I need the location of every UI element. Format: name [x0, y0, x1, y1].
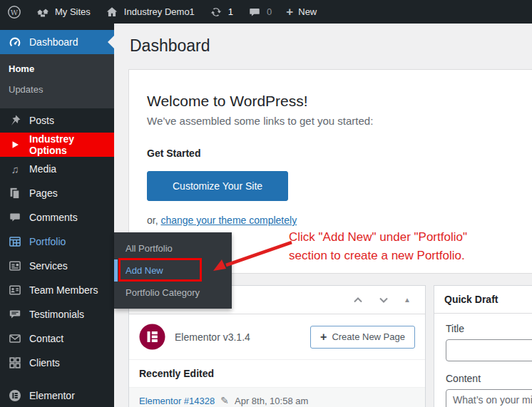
annotation-arrow: [209, 234, 296, 275]
flyout-item-portfolio-category[interactable]: Portfolio Category: [114, 282, 232, 304]
sidebar-item-label: Contact: [29, 333, 63, 344]
home-icon: [105, 5, 119, 19]
main-content: Dashboard Welcome to WordPress! We’ve as…: [114, 24, 532, 407]
admin-bar: W My Sites Industrey Demo1 1 0: [0, 0, 532, 24]
page-title: Dashboard: [130, 36, 210, 56]
annotation-text: Click "Add New" under "Portfolio" sectio…: [289, 228, 467, 265]
quick-draft-panel: Quick Draft Title Content: [434, 285, 532, 407]
admin-sidebar: Dashboard Home Updates Posts Industrey O…: [0, 24, 114, 407]
recently-edited-row: Elementor #14328 ✎ Apr 8th, 10:58 am: [129, 388, 425, 407]
id-card-icon: [8, 259, 22, 273]
or-text: or,: [147, 215, 158, 226]
sidebar-item-label: Posts: [29, 115, 54, 126]
customize-site-button[interactable]: Customize Your Site: [147, 171, 288, 201]
sidebar-item-dashboard[interactable]: Dashboard: [0, 30, 114, 54]
sidebar-item-label: Team Members: [29, 284, 98, 296]
pushpin-icon: [8, 113, 22, 128]
sidebar-item-label: Pages: [29, 187, 58, 199]
create-new-page-label: Create New Page: [332, 331, 405, 342]
my-sites-icon: [36, 5, 50, 19]
title-input[interactable]: [446, 339, 532, 361]
updates-indicator[interactable]: 1: [202, 0, 240, 24]
collapse-toggle-icon[interactable]: ▲: [404, 296, 411, 304]
add-new-label: Add New: [126, 265, 163, 276]
create-new-page-button[interactable]: + Create New Page: [310, 326, 415, 349]
content-textarea[interactable]: [446, 389, 532, 407]
elementor-logo: [139, 324, 165, 350]
elementor-version-row: Elementor v3.1.4 + Create New Page: [129, 314, 425, 360]
move-up-icon[interactable]: [352, 294, 364, 306]
title-label: Title: [446, 323, 532, 334]
sidebar-item-posts[interactable]: Posts: [0, 108, 114, 133]
dashboard-gauge-icon: [8, 35, 22, 49]
sidebar-item-label: Industrey Options: [29, 133, 106, 156]
site-name-label: Industrey Demo1: [124, 6, 195, 17]
media-notes-icon: ♫: [8, 162, 22, 176]
recently-edited-heading: Recently Edited: [129, 360, 425, 388]
plus-icon: +: [320, 331, 327, 343]
sidebar-item-contact[interactable]: Contact: [0, 326, 114, 351]
comments-indicator[interactable]: 0: [240, 0, 279, 24]
sidebar-item-label: Testimonials: [29, 309, 84, 320]
annotation-line2: section to create a new Portfolio.: [289, 247, 467, 265]
sidebar-subitem-updates[interactable]: Updates: [0, 79, 114, 100]
sidebar-item-label: Services: [29, 260, 68, 272]
pencil-icon: ✎: [220, 395, 229, 406]
welcome-title: Welcome to WordPress!: [147, 93, 532, 110]
elementor-icon: [8, 388, 22, 403]
wordpress-logo-button[interactable]: W: [0, 0, 29, 24]
sidebar-item-label: Elementor: [29, 390, 75, 401]
change-theme-link[interactable]: change your theme completely: [160, 215, 297, 226]
sidebar-item-industrey-options[interactable]: Industrey Options: [0, 133, 114, 157]
sidebar-item-label: Media: [29, 163, 56, 175]
comment-bubble-icon: [247, 5, 262, 19]
sidebar-item-label: Dashboard: [29, 36, 78, 48]
updates-count: 1: [228, 6, 233, 17]
comment-bubble-icon: [8, 210, 22, 225]
sidebar-subitem-home[interactable]: Home: [0, 58, 114, 79]
recent-item-date: Apr 8th, 10:58 am: [235, 396, 308, 406]
annotation-line1: Click "Add New" under "Portfolio": [289, 228, 467, 247]
dashboard-submenu: Home Updates: [0, 54, 114, 108]
my-sites-label: My Sites: [55, 6, 91, 17]
comments-count: 0: [267, 6, 272, 17]
welcome-subtitle: We’ve assembled some links to get you st…: [147, 115, 532, 127]
my-sites-menu[interactable]: My Sites: [29, 0, 98, 24]
sidebar-item-label: Comments: [29, 212, 78, 223]
sidebar-item-pages[interactable]: Pages: [0, 181, 114, 205]
team-card-icon: [8, 283, 22, 297]
play-triangle-icon: [8, 138, 22, 152]
recent-item-link[interactable]: Elementor #14328: [139, 396, 215, 406]
plus-icon: +: [286, 6, 293, 18]
sidebar-item-clients[interactable]: Clients: [0, 351, 114, 375]
quick-draft-form: Title Content: [434, 314, 532, 407]
portfolio-grid-icon: [8, 235, 22, 249]
sidebar-item-comments[interactable]: Comments: [0, 205, 114, 230]
sidebar-item-services[interactable]: Services: [0, 254, 114, 278]
new-content-menu[interactable]: + New: [279, 0, 324, 24]
sidebar-separator: [0, 375, 114, 383]
quick-draft-title: Quick Draft: [434, 286, 532, 314]
sidebar-item-label: Clients: [29, 357, 60, 369]
sidebar-item-portfolio[interactable]: Portfolio: [0, 230, 114, 254]
pages-icon: [8, 186, 22, 200]
get-started-heading: Get Started: [147, 148, 532, 159]
sidebar-item-elementor[interactable]: Elementor: [0, 383, 114, 407]
sidebar-item-team-members[interactable]: Team Members: [0, 278, 114, 302]
svg-text:W: W: [11, 8, 19, 16]
move-down-icon[interactable]: [378, 294, 389, 306]
updates-icon: [209, 5, 223, 19]
wordpress-admin: W My Sites Industrey Demo1 1 0: [0, 0, 532, 407]
grid-squares-icon: [8, 356, 22, 370]
sidebar-item-media[interactable]: ♫ Media: [0, 157, 114, 181]
envelope-icon: [8, 331, 22, 346]
content-label: Content: [446, 373, 532, 384]
elementor-version-label: Elementor v3.1.4: [175, 331, 250, 343]
sidebar-item-testimonials[interactable]: Testimonials: [0, 302, 114, 326]
sidebar-item-label: Portfolio: [29, 236, 66, 247]
new-label: New: [298, 6, 317, 17]
testimonial-bubble-icon: [8, 307, 22, 321]
site-name-menu[interactable]: Industrey Demo1: [98, 0, 202, 24]
wordpress-logo-icon: W: [7, 5, 21, 19]
